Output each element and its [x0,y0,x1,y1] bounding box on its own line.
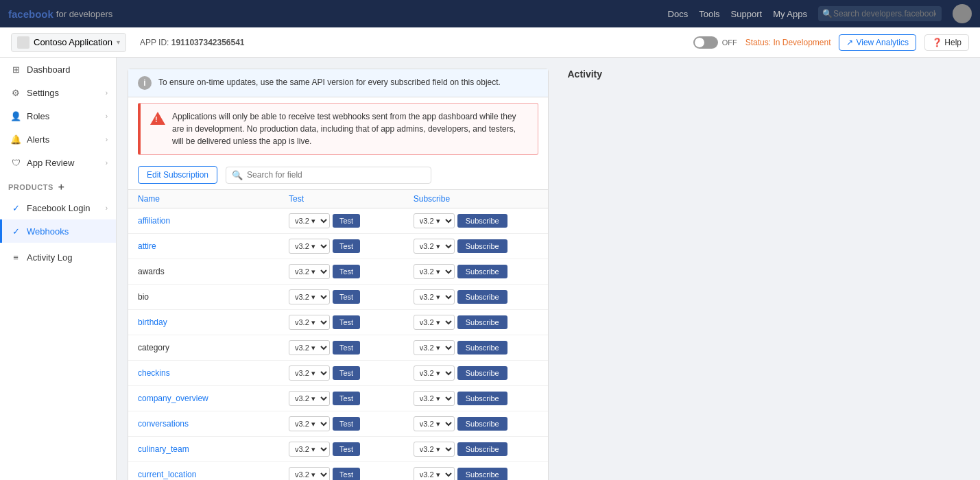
help-button[interactable]: ❓ Help [924,34,969,51]
test-version-select[interactable]: v3.2 ▾ v3.1v3.0 [289,340,330,355]
subscribe-action-group: v3.2 ▾ v3.1v3.0 Subscribe [414,213,538,228]
subscribe-button[interactable]: Subscribe [457,239,507,253]
test-button[interactable]: Test [333,442,360,456]
test-version-select[interactable]: v3.2 ▾ v3.1v3.0 [289,467,330,480]
subscribe-version-select[interactable]: v3.2 ▾ v3.1v3.0 [414,467,455,480]
test-button[interactable]: Test [333,239,360,253]
field-name[interactable]: company_overview [138,394,289,403]
sidebar-item-alerts[interactable]: 🔔 Alerts › [0,128,116,151]
sidebar-item-activity-log[interactable]: ≡ Activity Log [0,245,116,269]
subscribe-button[interactable]: Subscribe [457,315,507,329]
docs-link[interactable]: Docs [668,9,689,19]
sidebar: ⊞ Dashboard ⚙ Settings › 👤 Roles › 🔔 Ale… [0,58,117,480]
sidebar-item-roles[interactable]: 👤 Roles › [0,104,116,128]
toggle-switch[interactable] [693,36,718,49]
warning-icon [150,112,165,125]
test-button[interactable]: Test [333,214,360,228]
subscribe-version-select[interactable]: v3.2 ▾ v3.1v3.0 [414,289,455,304]
field-name[interactable]: culinary_team [138,444,289,454]
edit-subscription-button[interactable]: Edit Subscription [138,166,217,184]
app-icon [17,36,29,49]
field-name[interactable]: attire [138,241,289,251]
test-action-group: v3.2 ▾ v3.1v3.0 Test [289,442,414,457]
subscribe-version-select[interactable]: v3.2 ▾ v3.1v3.0 [414,442,455,457]
test-version-select[interactable]: v3.2 ▾ v3.1v3.0 [289,416,330,431]
view-analytics-button[interactable]: ↗ View Analytics [839,34,916,51]
sidebar-item-label: Settings [27,88,59,98]
test-action-group: v3.2 ▾ v3.1v3.0 Test [289,239,414,254]
tools-link[interactable]: Tools [699,9,719,19]
subscribe-version-select[interactable]: v3.2 ▾ v3.1v3.0 [414,213,455,228]
sidebar-item-facebook-login[interactable]: ✓ Facebook Login › [0,196,116,219]
search-input[interactable] [818,6,942,21]
activity-title: Activity [568,69,972,80]
field-name[interactable]: affiliation [138,216,289,226]
activity-log-icon: ≡ [10,252,21,263]
subscribe-version-select[interactable]: v3.2 ▾ v3.1v3.0 [414,315,455,330]
subscribe-action-group: v3.2 ▾ v3.1v3.0 Subscribe [414,289,538,304]
table-row: bio v3.2 ▾ v3.1v3.0 Test v3.2 ▾ v3.1v3.0… [128,285,548,310]
chevron-right-icon: › [106,112,108,120]
test-action-group: v3.2 ▾ v3.1v3.0 Test [289,213,414,228]
test-action-group: v3.2 ▾ v3.1v3.0 Test [289,289,414,304]
test-version-select[interactable]: v3.2 ▾ v3.1v3.0 [289,239,330,254]
test-button[interactable]: Test [333,341,360,355]
sidebar-item-label: Activity Log [27,252,72,263]
table-body: affiliation v3.2 ▾ v3.1v3.0 Test v3.2 ▾ … [128,208,548,480]
test-version-select[interactable]: v3.2 ▾ v3.1v3.0 [289,442,330,457]
sidebar-item-dashboard[interactable]: ⊞ Dashboard [0,58,116,81]
test-button[interactable]: Test [333,366,360,380]
chevron-right-icon: › [106,159,108,167]
test-version-select[interactable]: v3.2 ▾ v3.1v3.0 [289,391,330,406]
dev-toggle[interactable]: OFF [693,36,737,49]
test-version-select[interactable]: v3.2 ▾ v3.1v3.0 [289,213,330,228]
table-row: attire v3.2 ▾ v3.1v3.0 Test v3.2 ▾ v3.1v… [128,234,548,259]
sidebar-item-app-review[interactable]: 🛡 App Review › [0,151,116,174]
warning-triangle [150,112,165,125]
subscribe-button[interactable]: Subscribe [457,265,507,278]
test-button[interactable]: Test [333,290,360,304]
subscribe-version-select[interactable]: v3.2 ▾ v3.1v3.0 [414,365,455,381]
field-name[interactable]: birthday [138,317,289,327]
field-name: category [138,343,289,352]
facebook-wordmark: facebook [8,8,53,20]
test-action-group: v3.2 ▾ v3.1v3.0 Test [289,315,414,330]
sidebar-item-webhooks[interactable]: ✓ Webhooks [0,219,116,243]
sidebar-item-settings[interactable]: ⚙ Settings › [0,81,116,104]
subscribe-button[interactable]: Subscribe [457,442,507,456]
test-button[interactable]: Test [333,315,360,329]
support-link[interactable]: Support [731,9,763,19]
subscribe-button[interactable]: Subscribe [457,417,507,431]
subscribe-version-select[interactable]: v3.2 ▾ v3.1v3.0 [414,264,455,279]
subscribe-button[interactable]: Subscribe [457,290,507,304]
test-version-select[interactable]: v3.2 ▾ v3.1v3.0 [289,289,330,304]
subscribe-version-select[interactable]: v3.2 ▾ v3.1v3.0 [414,239,455,254]
app-selector[interactable]: Contoso Application ▾ [11,33,126,52]
field-name: awards [138,267,289,276]
subscribe-button[interactable]: Subscribe [457,366,507,380]
field-name[interactable]: checkins [138,368,289,378]
subscribe-version-select[interactable]: v3.2 ▾ v3.1v3.0 [414,391,455,406]
subscribe-action-group: v3.2 ▾ v3.1v3.0 Subscribe [414,442,538,457]
add-product-icon[interactable]: ＋ [56,181,67,193]
test-button[interactable]: Test [333,392,360,405]
subscribe-button[interactable]: Subscribe [457,214,507,228]
test-button[interactable]: Test [333,468,360,480]
test-version-select[interactable]: v3.2 ▾ v3.1v3.0 [289,365,330,381]
subscribe-version-select[interactable]: v3.2 ▾ v3.1v3.0 [414,416,455,431]
test-button[interactable]: Test [333,265,360,278]
subscribe-button[interactable]: Subscribe [457,468,507,480]
test-button[interactable]: Test [333,417,360,431]
search-field-input[interactable] [247,170,425,180]
test-action-group: v3.2 ▾ v3.1v3.0 Test [289,365,414,381]
top-nav-links: Docs Tools Support My Apps 🔍 [668,4,972,23]
avatar [953,4,972,23]
subscribe-version-select[interactable]: v3.2 ▾ v3.1v3.0 [414,340,455,355]
subscribe-button[interactable]: Subscribe [457,392,507,405]
test-version-select[interactable]: v3.2 ▾ v3.1v3.0 [289,315,330,330]
field-name[interactable]: conversations [138,419,289,429]
my-apps-link[interactable]: My Apps [773,9,807,19]
field-name[interactable]: current_location [138,470,289,479]
test-version-select[interactable]: v3.2 ▾ v3.1v3.0 [289,264,330,279]
subscribe-button[interactable]: Subscribe [457,341,507,355]
